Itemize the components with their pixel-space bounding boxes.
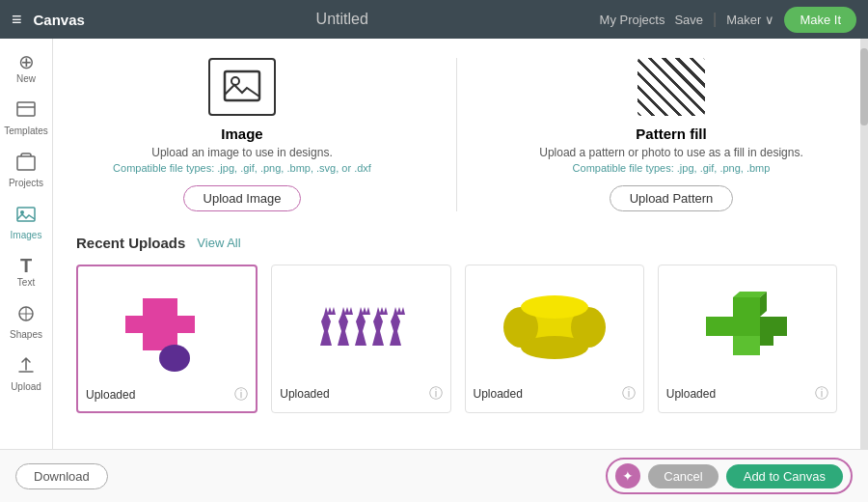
sidebar-item-label-new: New — [16, 73, 36, 84]
save-button[interactable]: Save — [674, 13, 703, 27]
gallery-label-2: Uploaded — [280, 387, 329, 401]
gallery: Uploaded ⓘ — [76, 265, 837, 413]
header-right: My Projects Save | Maker ∨ Make It — [600, 7, 856, 33]
view-all-link[interactable]: View All — [197, 236, 240, 250]
svg-rect-7 — [143, 298, 160, 316]
gallery-footer-2: Uploaded ⓘ — [280, 385, 442, 403]
section-divider — [456, 58, 457, 211]
gallery-footer-3: Uploaded ⓘ — [474, 385, 636, 403]
svg-marker-20 — [393, 307, 405, 315]
gallery-thumb-4 — [666, 273, 828, 379]
sidebar-item-upload[interactable]: Upload — [0, 349, 52, 398]
image-icon — [223, 70, 261, 104]
upload-image-button[interactable]: Upload Image — [183, 185, 302, 211]
shapes-icon — [15, 303, 37, 327]
svg-rect-29 — [760, 317, 787, 336]
upload-icon — [15, 355, 37, 379]
app-name: Canvas — [34, 12, 85, 28]
svg-rect-9 — [125, 316, 143, 333]
make-it-button[interactable]: Make It — [784, 7, 856, 33]
maker-label: Maker — [726, 13, 761, 27]
image-section-compat: Compatible file types: .jpg, .gif, .png,… — [113, 162, 371, 174]
gallery-item-3[interactable]: Uploaded ⓘ — [465, 265, 644, 413]
svg-rect-10 — [143, 316, 160, 333]
info-icon-3[interactable]: ⓘ — [622, 385, 636, 403]
add-to-canvas-button[interactable]: Add to Canvas — [726, 464, 843, 488]
image-upload-card: Image Upload an image to use in designs.… — [76, 58, 408, 211]
pattern-section-title: Pattern fill — [636, 126, 706, 142]
image-upload-icon-box — [208, 58, 276, 116]
cancel-button[interactable]: Cancel — [648, 464, 718, 488]
my-projects-link[interactable]: My Projects — [600, 13, 665, 27]
info-icon-1[interactable]: ⓘ — [234, 386, 248, 404]
text-icon: T — [20, 256, 32, 275]
svg-point-24 — [521, 295, 588, 319]
recent-title: Recent Uploads — [76, 235, 185, 251]
sidebar-item-label-upload: Upload — [11, 381, 41, 392]
gallery-item-2[interactable]: Uploaded ⓘ — [271, 265, 450, 413]
sidebar-item-label-shapes: Shapes — [10, 329, 42, 340]
templates-icon — [15, 99, 37, 124]
content-area: Image Upload an image to use in designs.… — [53, 39, 860, 449]
new-icon: ⊕ — [18, 52, 35, 71]
sidebar-item-new[interactable]: ⊕ New — [0, 46, 52, 90]
pattern-section-compat: Compatible file types: .jpg, .gif, .png,… — [573, 162, 771, 174]
action-group: ✦ Cancel Add to Canvas — [606, 458, 853, 494]
svg-rect-8 — [160, 298, 177, 316]
download-button[interactable]: Download — [15, 463, 108, 489]
chevron-down-icon: ∨ — [765, 13, 774, 27]
sidebar-item-templates[interactable]: Templates — [0, 94, 52, 142]
sidebar-item-label-text: Text — [17, 277, 35, 288]
svg-rect-1 — [17, 156, 35, 170]
svg-rect-11 — [160, 316, 177, 333]
header: ≡ Canvas Untitled My Projects Save | Mak… — [0, 0, 868, 39]
maker-button[interactable]: Maker ∨ — [726, 13, 774, 27]
svg-marker-16 — [324, 307, 336, 315]
plus-icon: ✦ — [622, 468, 634, 484]
svg-rect-0 — [17, 102, 35, 116]
image-section-title: Image — [221, 126, 262, 142]
scrollbar[interactable] — [860, 39, 868, 449]
recent-header: Recent Uploads View All — [76, 235, 837, 251]
gallery-thumb-3 — [474, 273, 636, 379]
info-icon-2[interactable]: ⓘ — [429, 385, 443, 403]
svg-rect-27 — [706, 317, 733, 336]
sidebar-item-text[interactable]: T Text — [0, 250, 52, 293]
hamburger-button[interactable]: ≡ — [12, 10, 22, 30]
svg-point-6 — [231, 77, 239, 85]
svg-rect-26 — [733, 297, 760, 317]
gallery-item-4[interactable]: Uploaded ⓘ — [658, 265, 837, 413]
upload-pattern-button[interactable]: Upload Pattern — [610, 185, 734, 211]
info-icon-4[interactable]: ⓘ — [815, 385, 828, 403]
sidebar-item-shapes[interactable]: Shapes — [0, 297, 52, 346]
gallery-footer-4: Uploaded ⓘ — [666, 385, 828, 403]
svg-rect-5 — [225, 71, 259, 100]
scrollbar-thumb[interactable] — [860, 48, 868, 126]
svg-rect-31 — [760, 336, 773, 346]
svg-point-25 — [521, 336, 588, 359]
bottom-bar: Download ✦ Cancel Add to Canvas — [0, 449, 868, 502]
sidebar: ⊕ New Templates Projects Images T Text — [0, 39, 53, 449]
sidebar-item-label-projects: Projects — [9, 178, 43, 188]
gallery-footer-1: Uploaded ⓘ — [86, 386, 248, 404]
svg-point-15 — [159, 345, 190, 372]
images-icon — [15, 204, 37, 228]
gallery-label-3: Uploaded — [474, 387, 523, 401]
add-icon-button[interactable]: ✦ — [615, 463, 640, 488]
svg-marker-19 — [376, 307, 388, 315]
svg-rect-13 — [143, 333, 160, 350]
pattern-section-desc: Upload a pattern or photo to use as a fi… — [539, 146, 803, 159]
gallery-thumb-1 — [86, 274, 248, 380]
sidebar-item-label-images: Images — [11, 230, 42, 240]
gallery-label-4: Uploaded — [666, 387, 716, 401]
gallery-item-1[interactable]: Uploaded ⓘ — [76, 265, 258, 413]
header-title: Untitled — [316, 11, 368, 28]
svg-rect-30 — [733, 336, 760, 355]
sidebar-item-label-templates: Templates — [4, 126, 48, 136]
gallery-label-1: Uploaded — [86, 388, 135, 402]
svg-rect-28 — [733, 317, 760, 336]
main-layout: ⊕ New Templates Projects Images T Text — [0, 39, 868, 449]
sidebar-item-projects[interactable]: Projects — [0, 146, 52, 194]
svg-marker-18 — [359, 307, 370, 315]
sidebar-item-images[interactable]: Images — [0, 198, 52, 246]
